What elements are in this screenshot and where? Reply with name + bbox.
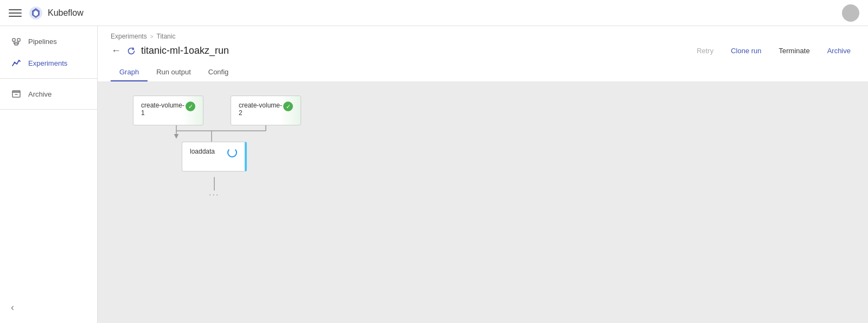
tab-run-output[interactable]: Run output	[148, 64, 200, 81]
page-actions: Retry Clone run Terminate Archive	[692, 45, 855, 57]
connector-svg	[98, 82, 868, 323]
top-nav: Kubeflow	[0, 0, 868, 26]
sidebar: Pipelines Experiments Archive	[0, 26, 98, 323]
breadcrumb-separator: >	[150, 34, 154, 40]
sidebar-label-archive: Archive	[28, 90, 52, 98]
pipeline-icon	[11, 36, 22, 47]
breadcrumb-experiments[interactable]: Experiments	[111, 33, 147, 40]
svg-rect-3	[12, 39, 15, 41]
sidebar-label-pipelines: Pipelines	[28, 37, 57, 46]
node-create-volume-2[interactable]: create-volume-2 ✓	[231, 96, 301, 125]
archive-button[interactable]: Archive	[823, 45, 855, 57]
hamburger-icon[interactable]	[9, 7, 22, 20]
page-title-left: ← titanic-ml-1oakz_run	[111, 45, 229, 56]
breadcrumb: Experiments > Titanic	[111, 33, 855, 40]
pipeline-graph: create-volume-1 ✓ create-volume-2 ✓ load…	[98, 82, 868, 323]
sidebar-label-experiments: Experiments	[28, 59, 67, 67]
tabs: Graph Run output Config	[111, 64, 855, 81]
graph-area: create-volume-1 ✓ create-volume-2 ✓ load…	[98, 82, 868, 323]
tab-config[interactable]: Config	[200, 64, 238, 81]
retry-button[interactable]: Retry	[692, 45, 718, 57]
sidebar-divider-1	[0, 78, 97, 79]
logo-text: Kubeflow	[48, 8, 84, 18]
sidebar-item-experiments[interactable]: Experiments	[0, 52, 97, 74]
node-create-volume-1-label: create-volume-1	[141, 102, 186, 117]
kubeflow-logo-icon	[28, 5, 43, 21]
dots-node: ...	[209, 188, 219, 198]
collapse-sidebar-button[interactable]: ‹	[0, 296, 97, 319]
back-button[interactable]: ←	[111, 46, 122, 56]
node-loaddata-status	[227, 148, 237, 157]
experiments-icon	[11, 58, 22, 68]
clone-run-button[interactable]: Clone run	[726, 45, 765, 57]
page-title-row: ← titanic-ml-1oakz_run Retry Clone run T…	[111, 45, 855, 57]
node-create-volume-2-status: ✓	[283, 102, 293, 111]
main-content: Experiments > Titanic ← titanic-ml-1oakz…	[98, 26, 868, 323]
svg-point-10	[14, 62, 16, 64]
svg-rect-4	[17, 39, 20, 41]
node-loaddata[interactable]: loaddata	[182, 142, 247, 172]
node-create-volume-2-label: create-volume-2	[239, 102, 283, 117]
page-title: titanic-ml-1oakz_run	[141, 45, 229, 56]
sidebar-item-archive[interactable]: Archive	[0, 83, 97, 105]
logo-area: Kubeflow	[28, 5, 84, 21]
chevron-left-icon: ‹	[11, 302, 14, 313]
avatar	[842, 4, 859, 22]
node-loaddata-label: loaddata	[190, 148, 215, 155]
page-header: Experiments > Titanic ← titanic-ml-1oakz…	[98, 26, 868, 82]
refresh-button[interactable]	[126, 46, 137, 56]
sidebar-item-pipelines[interactable]: Pipelines	[0, 30, 97, 52]
node-create-volume-1[interactable]: create-volume-1 ✓	[133, 96, 203, 125]
breadcrumb-titanic: Titanic	[157, 33, 176, 40]
archive-icon	[11, 88, 22, 99]
sidebar-divider-2	[0, 109, 97, 110]
tab-graph[interactable]: Graph	[111, 64, 148, 81]
terminate-button[interactable]: Terminate	[775, 45, 814, 57]
node-create-volume-1-status: ✓	[186, 102, 195, 111]
